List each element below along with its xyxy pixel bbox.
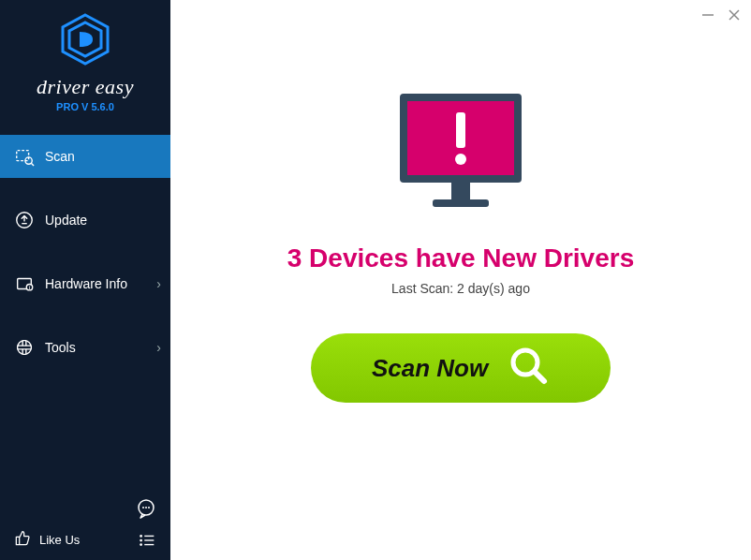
sidebar: driver easy PRO V 5.6.0 Scan Update i Ha… bbox=[0, 0, 170, 560]
close-button[interactable] bbox=[727, 7, 742, 25]
like-us-button[interactable]: Like Us bbox=[13, 529, 80, 551]
svg-point-19 bbox=[148, 507, 150, 508]
svg-point-20 bbox=[140, 535, 142, 538]
svg-point-31 bbox=[455, 154, 466, 165]
status-title: 3 Devices have New Drivers bbox=[170, 243, 751, 273]
svg-rect-5 bbox=[17, 151, 29, 161]
thumbs-up-icon bbox=[13, 529, 32, 551]
sidebar-item-tools[interactable]: Tools › bbox=[0, 326, 170, 369]
like-us-label: Like Us bbox=[39, 533, 80, 547]
alert-monitor-icon bbox=[170, 84, 751, 225]
chevron-right-icon: › bbox=[156, 340, 161, 355]
svg-point-17 bbox=[142, 507, 144, 508]
menu-icon[interactable] bbox=[137, 530, 157, 551]
window-controls bbox=[700, 7, 742, 25]
minimize-button[interactable] bbox=[700, 7, 715, 25]
sidebar-bottom: Like Us bbox=[0, 497, 170, 551]
sidebar-item-label: Hardware Info bbox=[45, 276, 127, 291]
svg-rect-15 bbox=[18, 346, 32, 349]
svg-point-18 bbox=[145, 507, 147, 508]
search-icon bbox=[507, 344, 550, 393]
svg-text:i: i bbox=[29, 286, 30, 290]
svg-rect-29 bbox=[433, 199, 489, 207]
logo-icon bbox=[0, 13, 170, 69]
sidebar-item-label: Scan bbox=[45, 149, 75, 164]
svg-line-7 bbox=[31, 163, 34, 166]
sidebar-item-scan[interactable]: Scan bbox=[0, 135, 170, 178]
brand-name: driver easy bbox=[0, 75, 170, 99]
svg-line-33 bbox=[535, 372, 544, 381]
svg-point-22 bbox=[140, 538, 142, 541]
scan-now-label: Scan Now bbox=[372, 354, 488, 383]
chevron-right-icon: › bbox=[156, 276, 161, 291]
main-content: 3 Devices have New Drivers Last Scan: 2 … bbox=[170, 84, 751, 560]
sidebar-item-label: Update bbox=[45, 213, 87, 228]
svg-rect-30 bbox=[456, 112, 465, 148]
last-scan-label: Last Scan: 2 day(s) ago bbox=[170, 281, 751, 296]
scan-now-button[interactable]: Scan Now bbox=[311, 333, 611, 403]
sidebar-item-hardware-info[interactable]: i Hardware Info › bbox=[0, 262, 170, 305]
sidebar-item-update[interactable]: Update bbox=[0, 199, 170, 242]
hardware-info-icon: i bbox=[13, 273, 36, 295]
tools-icon bbox=[13, 336, 36, 359]
svg-rect-28 bbox=[451, 183, 470, 199]
logo-area: driver easy PRO V 5.6.0 bbox=[0, 0, 170, 122]
svg-point-24 bbox=[140, 543, 142, 546]
version-label: PRO V 5.6.0 bbox=[0, 101, 170, 112]
update-icon bbox=[13, 209, 36, 231]
feedback-icon[interactable] bbox=[135, 497, 157, 520]
scan-icon bbox=[13, 145, 36, 168]
sidebar-item-label: Tools bbox=[45, 340, 76, 355]
